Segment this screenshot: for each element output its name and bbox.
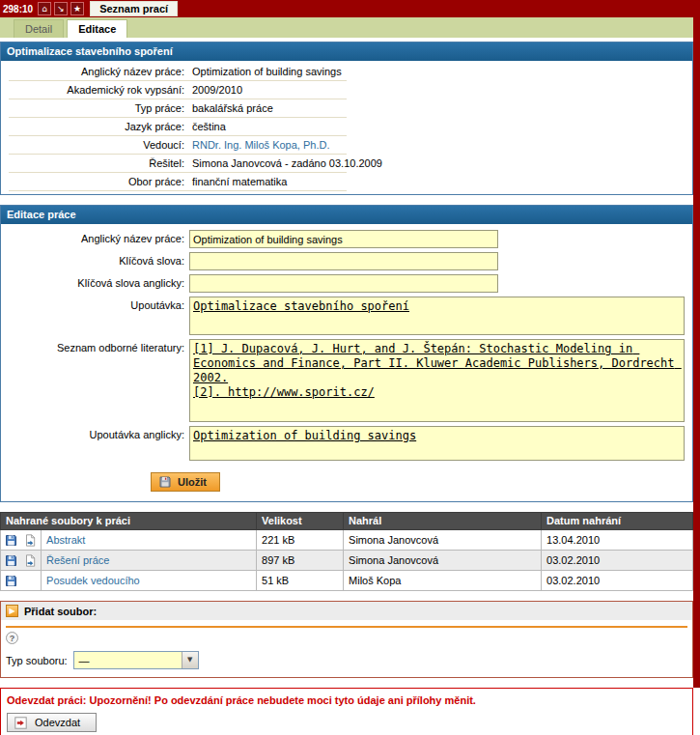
table-row: Řešení práce 897 kB Simona Janovcová 03.… [1, 551, 693, 571]
save-button-label: Uložit [178, 476, 207, 488]
info-label: Obor práce: [1, 176, 189, 187]
annotation-label: Upoutávka: [1, 297, 189, 311]
info-value: Simona Janovcová - zadáno 03.10.2009 [189, 157, 382, 169]
edit-panel: Editace práce Anglický název práce: Klíč… [0, 205, 693, 502]
favorite-star-icon[interactable]: ★ [70, 2, 84, 15]
annotation-english-label: Upoutávka anglicky: [1, 426, 189, 440]
file-type-select[interactable]: — ▼ [73, 651, 199, 669]
thesis-info-rows: Anglický název práce: Optimization of bu… [1, 61, 692, 194]
info-row: Anglický název práce: Optimization of bu… [1, 63, 692, 81]
file-date: 03.02.2010 [542, 551, 693, 571]
info-row: Obor práce: finanční matematika [1, 173, 692, 191]
col-header-files: Nahrané soubory k práci [1, 513, 257, 530]
edit-panel-header: Editace práce [1, 206, 692, 224]
literature-textarea[interactable]: [1] J. Dupacová, J. Hurt, and J. Štepán:… [189, 339, 685, 422]
info-label: Řešitel: [1, 157, 189, 169]
module-tab[interactable]: Seznam prací [90, 1, 178, 16]
submit-button-label: Odevzdat [35, 717, 80, 728]
info-label: Jazyk práce: [1, 121, 189, 132]
info-label: Anglický název práce: [1, 66, 189, 77]
col-header-size: Velikost [257, 513, 344, 530]
tab-detail[interactable]: Detail [14, 19, 64, 38]
file-uploader: Simona Janovcová [344, 530, 542, 551]
info-row: Akademický rok vypsání: 2009/2010 [1, 81, 692, 99]
info-value: finanční matematika [189, 176, 287, 187]
supervisor-link[interactable]: RNDr. Ing. Miloš Kopa, Ph.D. [192, 139, 329, 151]
info-value: 2009/2010 [189, 84, 242, 96]
file-link[interactable]: Posudek vedoucího [46, 575, 140, 586]
add-file-title: Přidat soubor: [24, 606, 97, 617]
page: 298:10 ⌂ ↘ ★ Seznam prací Detail Editace… [0, 0, 700, 735]
info-row: Vedoucí: RNDr. Ing. Miloš Kopa, Ph.D. [1, 136, 692, 155]
table-row: Posudek vedoucího 51 kB Miloš Kopa 03.02… [1, 571, 693, 591]
download-file-icon[interactable] [5, 554, 17, 567]
literature-label: Seznam odborné literatury: [1, 339, 189, 353]
tab-strip: Detail Editace [0, 17, 700, 38]
info-row: Typ práce: bakalářská práce [1, 99, 692, 118]
annotation-textarea[interactable]: Optimalizace stavebního spoření [189, 297, 685, 335]
save-button[interactable]: Uložit [151, 472, 220, 492]
file-type-label: Typ souboru: [6, 655, 68, 666]
files-table: Nahrané soubory k práci Velikost Nahrál … [0, 512, 693, 591]
thesis-info-panel: Optimalizace stavebního spoření Anglický… [0, 42, 693, 195]
download-file-icon[interactable] [5, 575, 17, 587]
info-value: bakalářská práce [189, 102, 273, 114]
file-type-selected-value: — [74, 655, 182, 666]
file-link[interactable]: Abstrakt [46, 534, 85, 546]
file-link[interactable]: Řešení práce [46, 554, 109, 566]
info-label: Akademický rok vypsání: [1, 84, 189, 96]
expand-icon[interactable]: ▶ [6, 605, 18, 617]
add-file-body: ? Typ souboru: — ▼ [1, 620, 692, 677]
download-file-icon[interactable] [5, 534, 17, 547]
file-uploader: Simona Janovcová [344, 551, 542, 571]
document-convert-icon[interactable] [24, 554, 37, 567]
info-row: Jazyk práce: čeština [1, 118, 692, 136]
file-date: 13.04.2010 [542, 530, 693, 551]
table-row: Abstrakt 221 kB Simona Janovcová 13.04.2… [1, 530, 693, 551]
file-date: 03.02.2010 [542, 571, 693, 591]
submit-button[interactable]: Odevzdat [7, 713, 97, 732]
info-label: Typ práce: [1, 102, 189, 114]
thesis-title-header: Optimalizace stavebního spoření [1, 42, 692, 61]
add-file-section: ▶ Přidat soubor: ? Typ souboru: — ▼ [0, 601, 693, 678]
top-bar: 298:10 ⌂ ↘ ★ Seznam prací [0, 0, 700, 17]
edit-form: Anglický název práce: Klíčová slova: Klí… [1, 224, 692, 501]
file-size: 897 kB [257, 551, 344, 571]
info-row: Řešitel: Simona Janovcová - zadáno 03.10… [1, 155, 692, 173]
file-size: 51 kB [257, 571, 344, 591]
submit-warning-text: Odevzdat práci: Upozornění! Po odevzdání… [7, 694, 686, 706]
home-icon[interactable]: ⌂ [38, 2, 51, 15]
english-title-label: Anglický název práce: [1, 230, 189, 244]
submit-arrow-icon [14, 717, 27, 729]
files-table-header-row: Nahrané soubory k práci Velikost Nahrál … [1, 513, 693, 530]
session-timer: 298:10 [3, 4, 35, 14]
keywords-english-label: Klíčová slova anglicky: [1, 274, 189, 289]
file-size: 221 kB [257, 530, 344, 551]
document-convert-icon[interactable] [24, 534, 37, 547]
chevron-down-icon[interactable]: ▼ [182, 652, 198, 668]
save-diskette-icon [159, 476, 171, 488]
info-label: Vedoucí: [1, 139, 189, 151]
keywords-label: Klíčová slova: [1, 252, 189, 267]
keywords-english-input[interactable] [189, 274, 498, 293]
info-value: Optimization of building savings [189, 66, 342, 77]
english-title-input[interactable] [189, 230, 498, 248]
main-content: Optimalizace stavebního spoření Anglický… [0, 38, 693, 735]
add-file-header: ▶ Přidat soubor: [1, 602, 692, 620]
annotation-english-textarea[interactable]: Optimization of building savings [189, 426, 685, 461]
tab-editace[interactable]: Editace [67, 19, 127, 38]
keywords-input[interactable] [189, 252, 498, 270]
separator-line [6, 626, 687, 628]
file-uploader: Miloš Kopa [344, 571, 542, 591]
col-header-date: Datum nahrání [542, 513, 693, 530]
help-icon[interactable]: ? [6, 632, 18, 644]
page-frame-right [693, 0, 700, 688]
col-header-uploader: Nahrál [344, 513, 542, 530]
resize-icon[interactable]: ↘ [54, 2, 68, 15]
info-value: čeština [189, 121, 226, 132]
submit-section: Odevzdat práci: Upozornění! Po odevzdání… [0, 688, 693, 735]
